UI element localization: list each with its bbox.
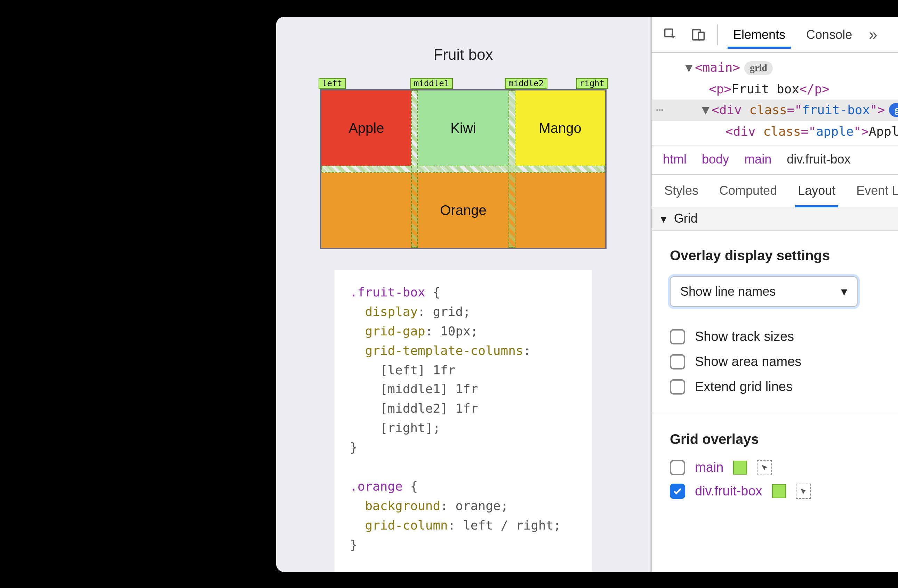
styles-subtabs: Styles Computed Layout Event Listeners »: [652, 174, 898, 208]
subtab-event-listeners[interactable]: Event Listeners: [855, 175, 898, 207]
crumb-html[interactable]: html: [663, 153, 687, 167]
cell-mango: Mango: [515, 91, 605, 166]
grid-overlay-wrap: left middle1 middle2 right Apple Kiwi Ma…: [320, 78, 607, 249]
subtab-layout[interactable]: Layout: [797, 175, 837, 207]
inspect-element-icon[interactable]: [659, 23, 683, 46]
grid-overlays-title: Grid overlays: [670, 432, 898, 448]
css-code-block: .fruit-box { display: grid; grid-gap: 10…: [335, 270, 592, 572]
checkbox-icon[interactable]: [670, 380, 685, 395]
disclosure-triangle-icon[interactable]: ▼: [659, 214, 669, 225]
crumb-main[interactable]: main: [744, 153, 771, 167]
grid-line-label-right: right: [576, 78, 607, 89]
devtools-pane: Elements Console » 1: [652, 17, 898, 572]
checkbox-extend-lines[interactable]: Extend grid lines: [670, 380, 898, 395]
svg-rect-2: [698, 32, 704, 40]
color-swatch[interactable]: [772, 485, 786, 499]
cell-apple: Apple: [321, 91, 411, 166]
checkbox-label: Show track sizes: [695, 329, 794, 345]
dom-node-fruit-box[interactable]: ⋯ ▼<div class="fruit-box"> grid == $0: [652, 100, 898, 121]
crumb-fruit-box[interactable]: div.fruit-box: [787, 153, 850, 167]
page-title: Fruit box: [434, 46, 493, 64]
grid-badge[interactable]: grid: [744, 61, 773, 75]
cell-kiwi: Kiwi: [418, 91, 508, 166]
dom-breadcrumb[interactable]: html body main div.fruit-box: [652, 145, 898, 174]
checkbox-area-names[interactable]: Show area names: [670, 354, 898, 370]
subtab-styles[interactable]: Styles: [663, 175, 700, 207]
devtools-toolbar: Elements Console » 1: [652, 17, 898, 53]
overlay-row-main[interactable]: main: [670, 460, 898, 476]
grid-line-label-left: left: [318, 78, 346, 89]
dom-node-main[interactable]: ▼<main>grid: [685, 57, 898, 78]
dom-node-apple[interactable]: <div class="apple">Apple</div>: [685, 121, 898, 142]
checkbox-icon[interactable]: [670, 484, 685, 499]
dom-node-p[interactable]: <p>Fruit box</p>: [685, 78, 898, 100]
select-value: Show line names: [680, 285, 776, 299]
reveal-in-elements-icon[interactable]: [757, 460, 772, 476]
tab-console[interactable]: Console: [798, 21, 860, 48]
section-title-grid: Grid: [674, 212, 697, 226]
checkbox-icon[interactable]: [670, 354, 685, 370]
checkbox-label: Show area names: [695, 354, 801, 370]
rendered-page-pane: Fruit box left middle1 middle2 right App…: [276, 17, 652, 572]
color-swatch[interactable]: [733, 461, 747, 475]
layout-panel: Overlay display settings Show line names…: [652, 231, 898, 572]
overlay-name[interactable]: div.fruit-box: [695, 484, 763, 499]
grid-line-labels: left middle1 middle2 right: [320, 78, 607, 89]
reveal-in-elements-icon[interactable]: [795, 484, 811, 499]
grid-badge-active[interactable]: grid: [889, 103, 898, 117]
subtab-computed[interactable]: Computed: [718, 175, 778, 207]
tab-elements[interactable]: Elements: [725, 21, 793, 48]
overlay-row-fruit-box[interactable]: div.fruit-box: [670, 484, 898, 499]
crumb-body[interactable]: body: [702, 153, 729, 167]
cell-orange: Orange: [321, 172, 605, 248]
dom-tree[interactable]: ▼<main>grid <p>Fruit box</p> ⋯ ▼<div cla…: [652, 53, 898, 145]
layout-section-header[interactable]: ▼ Grid: [652, 208, 898, 231]
overlay-settings-title: Overlay display settings: [670, 248, 898, 264]
checkbox-icon[interactable]: [670, 329, 685, 345]
chevron-down-icon: ▾: [841, 284, 847, 300]
tabs-overflow-icon[interactable]: »: [865, 25, 882, 43]
grid-line-label-middle2: middle2: [505, 78, 547, 89]
checkbox-label: Extend grid lines: [695, 380, 793, 395]
ellipsis-icon[interactable]: ⋯: [656, 100, 665, 121]
overlay-name[interactable]: main: [695, 460, 723, 476]
line-labels-select[interactable]: Show line names ▾: [670, 277, 858, 307]
checkbox-track-sizes[interactable]: Show track sizes: [670, 329, 898, 345]
devtools-window: Fruit box left middle1 middle2 right App…: [276, 17, 898, 572]
grid-line-label-middle1: middle1: [411, 78, 452, 89]
checkbox-icon[interactable]: [670, 460, 685, 476]
device-toolbar-icon[interactable]: [687, 23, 710, 46]
fruit-box-grid[interactable]: Apple Kiwi Mango Orange: [320, 89, 607, 249]
svg-rect-0: [664, 29, 672, 37]
